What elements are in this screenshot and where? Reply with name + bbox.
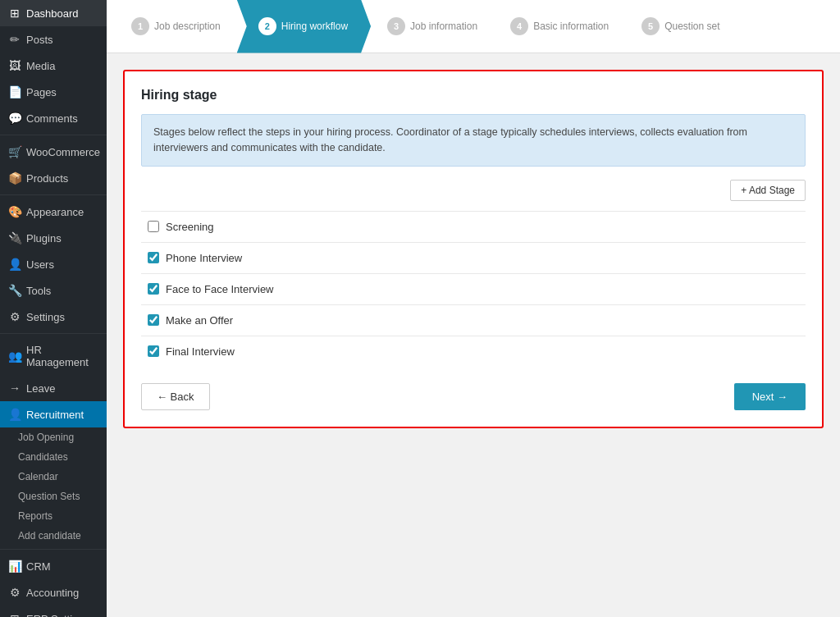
step-5-question-set[interactable]: 5 Question set	[625, 17, 736, 35]
sidebar-divider-1	[0, 135, 107, 135]
step-2-label: Hiring workflow	[281, 21, 348, 32]
stage-label-screening: Screening	[166, 221, 214, 233]
stages-list: Screening Phone Interview Face to Face I…	[141, 211, 806, 367]
hr-icon: 👥	[8, 350, 21, 363]
sidebar-item-label: Posts	[26, 34, 53, 46]
sidebar-item-label: Tools	[26, 285, 51, 297]
sidebar-item-crm[interactable]: 📊 CRM	[0, 553, 107, 579]
sub-item-question-sets[interactable]: Question Sets	[0, 487, 107, 506]
settings-icon: ⚙	[8, 310, 21, 323]
sidebar-item-label: Plugins	[26, 232, 62, 245]
products-icon: 📦	[8, 171, 21, 185]
sidebar-item-posts[interactable]: ✏ Posts	[0, 26, 107, 53]
sidebar-item-pages[interactable]: 📄 Pages	[0, 79, 107, 105]
sidebar-item-label: Pages	[26, 86, 57, 98]
plugins-icon: 🔌	[8, 231, 21, 245]
card-title: Hiring stage	[141, 88, 806, 103]
stage-checkbox-final-interview[interactable]	[148, 345, 159, 357]
stage-checkbox-phone-interview[interactable]	[148, 252, 159, 263]
step-3-number: 3	[387, 17, 405, 35]
step-1-number: 1	[131, 17, 149, 35]
sub-item-calendar[interactable]: Calendar	[0, 467, 107, 487]
sidebar-item-label: Comments	[26, 112, 78, 125]
wizard-steps: 1 Job description 2 Hiring workflow 3 Jo…	[107, 0, 840, 53]
step-2-hiring-workflow[interactable]: 2 Hiring workflow	[237, 0, 371, 53]
sidebar-item-woocommerce[interactable]: 🛒 WooCommerce	[0, 139, 107, 165]
sidebar-item-plugins[interactable]: 🔌 Plugins	[0, 225, 107, 251]
step-1-label: Job description	[154, 21, 221, 32]
sidebar-item-label: ERP Settings	[26, 613, 89, 618]
sidebar-item-erp-settings[interactable]: ⊞ ERP Settings	[0, 606, 107, 617]
sidebar-item-users[interactable]: 👤 Users	[0, 251, 107, 277]
erp-icon: ⊞	[8, 612, 21, 617]
accounting-icon: ⚙	[8, 586, 21, 599]
media-icon: 🖼	[8, 59, 21, 72]
hiring-stage-card: Hiring stage Stages below reflect the st…	[123, 70, 824, 428]
step-4-label: Basic information	[533, 21, 609, 32]
stage-checkbox-screening[interactable]	[148, 221, 159, 232]
sidebar-item-leave[interactable]: → Leave	[0, 375, 107, 401]
stage-label-make-offer: Make an Offer	[166, 314, 233, 327]
sub-item-reports[interactable]: Reports	[0, 506, 107, 526]
pages-icon: 📄	[8, 85, 21, 98]
stage-checkbox-make-offer[interactable]	[148, 314, 159, 326]
sidebar-item-settings[interactable]: ⚙ Settings	[0, 304, 107, 330]
sidebar-item-label: Appearance	[26, 206, 84, 218]
crm-icon: 📊	[8, 560, 21, 573]
sidebar-item-tools[interactable]: 🔧 Tools	[0, 277, 107, 304]
stage-item-face-to-face: Face to Face Interview	[141, 273, 806, 304]
stage-checkbox-face-to-face[interactable]	[148, 283, 159, 295]
step-2-number: 2	[258, 17, 276, 35]
sub-item-add-candidate[interactable]: Add candidate	[0, 526, 107, 546]
sidebar-item-label: CRM	[26, 560, 51, 573]
posts-icon: ✏	[8, 33, 21, 46]
users-icon: 👤	[8, 258, 21, 271]
sidebar-item-label: Media	[26, 60, 55, 72]
next-button[interactable]: Next →	[734, 383, 806, 410]
comments-icon: 💬	[8, 112, 21, 125]
sidebar-divider-4	[0, 549, 107, 550]
footer-actions: ← Back Next →	[141, 383, 806, 410]
sidebar-item-products[interactable]: 📦 Products	[0, 165, 107, 191]
step-4-basic-information[interactable]: 4 Basic information	[494, 17, 625, 35]
sidebar-item-label: Accounting	[26, 587, 79, 599]
sidebar: ⊞ Dashboard ✏ Posts 🖼 Media 📄 Pages 💬 Co…	[0, 0, 107, 617]
leave-icon: →	[8, 382, 21, 395]
sidebar-divider-3	[0, 333, 107, 334]
sub-item-job-opening[interactable]: Job Opening	[0, 427, 107, 447]
sidebar-item-appearance[interactable]: 🎨 Appearance	[0, 199, 107, 225]
sub-item-candidates[interactable]: Candidates	[0, 447, 107, 467]
recruitment-icon: 👤	[8, 408, 21, 421]
sidebar-item-label: Recruitment	[26, 409, 84, 421]
step-1-job-description[interactable]: 1 Job description	[123, 17, 237, 35]
stage-item-phone-interview: Phone Interview	[141, 242, 806, 273]
main-content: 1 Job description 2 Hiring workflow 3 Jo…	[107, 0, 840, 617]
appearance-icon: 🎨	[8, 205, 21, 218]
sidebar-item-label: Dashboard	[26, 7, 79, 20]
back-button[interactable]: ← Back	[141, 383, 210, 410]
sidebar-item-dashboard[interactable]: ⊞ Dashboard	[0, 0, 107, 26]
sidebar-item-label: HR Management	[26, 344, 98, 368]
sidebar-item-label: WooCommerce	[26, 146, 100, 158]
sidebar-item-comments[interactable]: 💬 Comments	[0, 105, 107, 131]
stage-label-phone-interview: Phone Interview	[166, 252, 242, 264]
stage-label-final-interview: Final Interview	[166, 345, 235, 358]
sidebar-item-label: Leave	[26, 382, 55, 395]
step-3-job-information[interactable]: 3 Job information	[371, 17, 494, 35]
sidebar-item-media[interactable]: 🖼 Media	[0, 53, 107, 79]
add-stage-button[interactable]: + Add Stage	[730, 180, 806, 201]
sidebar-item-label: Users	[26, 258, 54, 271]
step-4-number: 4	[510, 17, 528, 35]
sidebar-item-hr-management[interactable]: 👥 HR Management	[0, 337, 107, 375]
sidebar-item-recruitment[interactable]: 👤 Recruitment	[0, 401, 107, 427]
stage-item-screening: Screening	[141, 211, 806, 242]
step-5-label: Question set	[664, 21, 719, 32]
dashboard-icon: ⊞	[8, 7, 21, 20]
sidebar-item-label: Settings	[26, 311, 65, 323]
step-5-number: 5	[641, 17, 660, 35]
add-stage-row: + Add Stage	[141, 180, 806, 201]
content-area: Hiring stage Stages below reflect the st…	[107, 53, 840, 617]
woocommerce-icon: 🛒	[8, 145, 21, 158]
stage-item-make-offer: Make an Offer	[141, 304, 806, 336]
sidebar-item-accounting[interactable]: ⚙ Accounting	[0, 579, 107, 606]
